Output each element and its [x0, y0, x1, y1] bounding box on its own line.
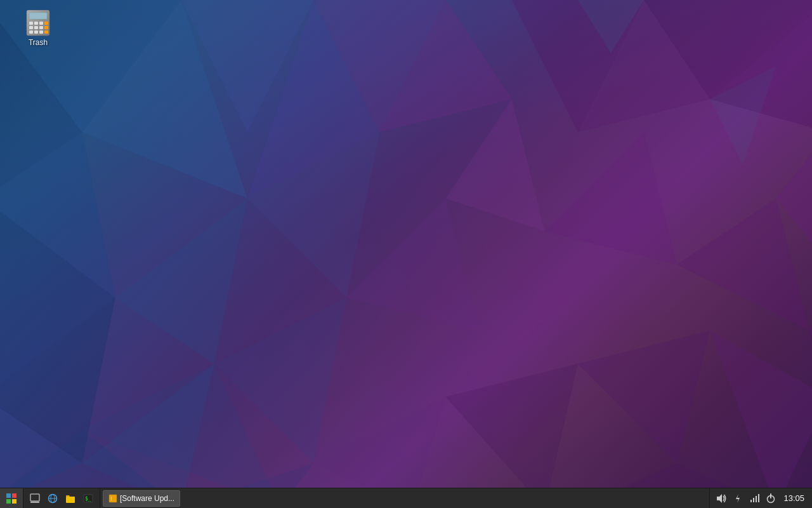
taskbar: $_ ! [Software Upd... [0, 488, 812, 508]
window-list: ! [Software Upd... [100, 488, 709, 509]
svg-marker-3 [0, 132, 115, 297]
svg-marker-65 [736, 494, 740, 503]
desktop-background [0, 0, 812, 508]
network-tray-icon[interactable] [748, 492, 761, 505]
svg-rect-38 [29, 22, 33, 25]
files-button[interactable] [62, 490, 79, 507]
svg-marker-11 [247, 132, 379, 297]
svg-rect-53 [12, 499, 16, 504]
start-button[interactable] [0, 488, 23, 509]
svg-marker-20 [578, 0, 710, 132]
svg-rect-67 [753, 498, 754, 502]
svg-rect-55 [30, 502, 39, 503]
svg-marker-64 [717, 494, 722, 503]
svg-rect-49 [44, 30, 48, 34]
svg-marker-31 [578, 0, 644, 53]
software-update-taskbar-button[interactable]: ! [Software Upd... [103, 490, 180, 507]
svg-marker-4 [0, 199, 115, 398]
svg-rect-66 [750, 500, 752, 502]
svg-rect-50 [6, 493, 11, 498]
volume-icon [716, 493, 727, 504]
svg-rect-46 [29, 30, 33, 34]
svg-rect-45 [44, 26, 48, 29]
svg-marker-25 [776, 132, 812, 264]
svg-rect-39 [34, 22, 38, 25]
terminal-button[interactable]: $_ [79, 490, 97, 507]
svg-rect-51 [12, 493, 16, 498]
svg-rect-48 [39, 30, 43, 34]
svg-rect-41 [44, 22, 48, 25]
svg-marker-21 [545, 132, 677, 264]
svg-marker-15 [379, 0, 511, 132]
desktop: Trash [0, 0, 812, 508]
svg-rect-59 [66, 497, 75, 503]
start-icon [5, 492, 18, 505]
system-tray: 13:05 [709, 488, 812, 509]
network-icon [749, 493, 760, 504]
svg-marker-28 [578, 331, 710, 463]
svg-marker-29 [710, 331, 812, 508]
svg-marker-24 [677, 199, 809, 331]
software-update-label: [Software Upd... [120, 494, 174, 503]
svg-rect-52 [6, 499, 11, 504]
svg-marker-5 [115, 199, 247, 364]
show-desktop-icon [30, 493, 40, 504]
clock[interactable]: 13:05 [781, 493, 807, 503]
power-icon [732, 493, 743, 504]
terminal-icon: $_ [83, 493, 93, 504]
svg-marker-9 [181, 0, 313, 132]
svg-text:!: ! [110, 495, 112, 502]
volume-tray-icon[interactable] [715, 492, 728, 505]
software-update-icon: ! [108, 494, 117, 503]
shutdown-icon [765, 493, 776, 504]
files-icon [65, 493, 75, 504]
trash-icon[interactable]: Trash [13, 5, 63, 51]
shutdown-tray-icon[interactable] [764, 492, 777, 505]
svg-rect-43 [34, 26, 38, 29]
svg-marker-10 [247, 0, 379, 199]
svg-rect-47 [34, 30, 38, 34]
svg-marker-32 [710, 66, 776, 165]
svg-rect-40 [39, 22, 43, 25]
svg-marker-17 [446, 99, 545, 231]
svg-rect-54 [30, 494, 39, 501]
svg-marker-27 [446, 364, 578, 508]
svg-rect-68 [756, 496, 757, 502]
svg-marker-26 [809, 265, 812, 397]
svg-rect-44 [39, 26, 43, 29]
svg-marker-6 [0, 298, 115, 463]
svg-marker-16 [346, 199, 478, 331]
browser-icon [48, 493, 58, 504]
svg-rect-42 [29, 26, 33, 29]
trash-icon-label: Trash [29, 38, 48, 48]
trash-icon-image [23, 8, 53, 38]
svg-marker-14 [313, 0, 445, 132]
svg-marker-2 [82, 0, 247, 199]
svg-marker-34 [82, 364, 281, 508]
svg-marker-19 [512, 0, 644, 132]
svg-text:$_: $_ [85, 496, 91, 502]
svg-marker-8 [82, 364, 214, 508]
power-tray-icon[interactable] [731, 492, 744, 505]
show-desktop-button[interactable] [26, 490, 44, 507]
svg-rect-69 [758, 494, 759, 502]
svg-marker-12 [214, 298, 346, 463]
svg-marker-22 [644, 0, 812, 99]
quick-launch: $_ [23, 488, 100, 509]
svg-rect-37 [29, 13, 47, 19]
svg-marker-23 [710, 0, 812, 132]
browser-button[interactable] [44, 490, 62, 507]
